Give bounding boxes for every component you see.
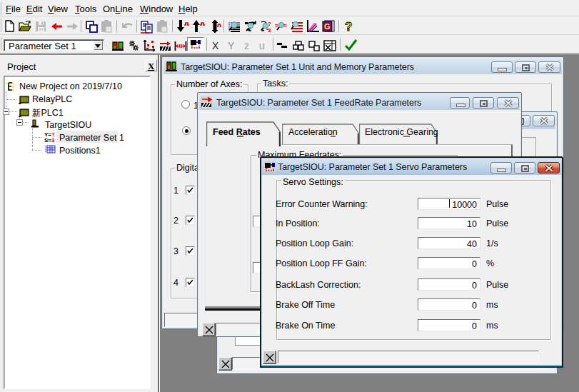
svg-text:?: ? xyxy=(345,20,352,33)
svg-text:=: = xyxy=(283,22,287,29)
svg-text:=: = xyxy=(275,22,278,29)
svg-text:?: ? xyxy=(268,21,271,27)
svg-text:3: 3 xyxy=(268,27,271,33)
svg-text:Feed Rates: Feed Rates xyxy=(213,127,261,137)
svg-text:S=: S= xyxy=(44,137,51,143)
svg-text:G: G xyxy=(324,22,331,31)
svg-text:Acceleration: Acceleration xyxy=(288,127,338,137)
svg-text:3: 3 xyxy=(51,137,55,143)
svg-text:Electronic Gearing: Electronic Gearing xyxy=(365,127,438,137)
